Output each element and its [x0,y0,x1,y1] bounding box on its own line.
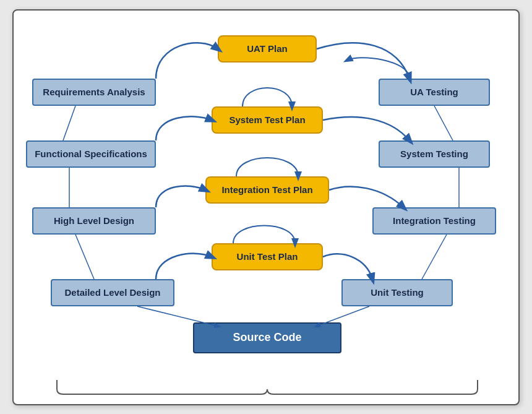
ua-testing-box: UA Testing [379,79,490,106]
unit-test-plan-box: Unit Test Plan [212,243,323,270]
svg-line-2 [75,235,94,279]
svg-line-6 [422,235,447,279]
unit-testing-box: Unit Testing [341,279,453,306]
detailed-level-design-box: Detailed Level Design [51,279,174,306]
bottom-brace [51,377,481,395]
high-level-design-box: High Level Design [32,207,156,235]
requirements-analysis-box: Requirements Analysis [32,79,156,106]
svg-line-0 [63,106,75,140]
system-test-plan-box: System Test Plan [212,106,323,134]
diagram-container: UAT Plan Requirements Analysis UA Testin… [12,9,520,405]
integration-testing-box: Integration Testing [372,207,496,235]
source-code-box: Source Code [193,322,341,353]
integration-test-plan-box: Integration Test Plan [205,176,329,204]
brace-svg [51,377,481,395]
system-testing-box: System Testing [379,140,490,168]
functional-specs-box: Functional Specifications [26,140,156,168]
uat-plan-box: UAT Plan [218,35,317,63]
svg-line-4 [434,106,453,140]
